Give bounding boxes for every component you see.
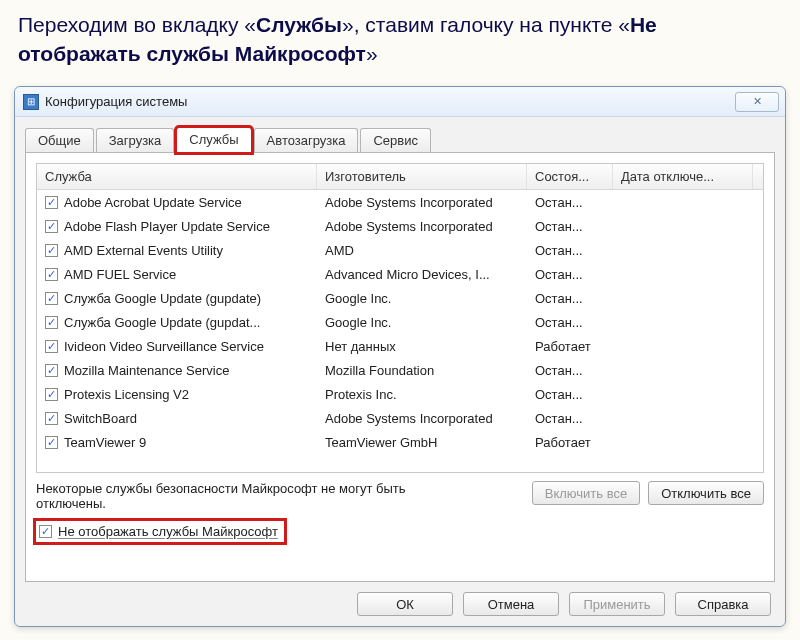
status-value: Работает [527, 435, 613, 450]
row-checkbox[interactable]: ✓ [45, 292, 58, 305]
table-row[interactable]: ✓Protexis Licensing V2Protexis Inc.Остан… [37, 382, 763, 406]
tab-panel-services: Служба Изготовитель Состоя... Дата отклю… [25, 152, 775, 582]
col-vendor[interactable]: Изготовитель [317, 164, 527, 189]
table-row[interactable]: ✓Служба Google Update (gupdat...Google I… [37, 310, 763, 334]
tab-сервис[interactable]: Сервис [360, 128, 431, 153]
service-name: Служба Google Update (gupdate) [64, 291, 261, 306]
tab-службы[interactable]: Службы [176, 127, 251, 153]
table-row[interactable]: ✓AMD External Events UtilityAMDОстан... [37, 238, 763, 262]
status-value: Остан... [527, 291, 613, 306]
vendor-name: Google Inc. [317, 291, 527, 306]
status-value: Остан... [527, 195, 613, 210]
table-row[interactable]: ✓Adobe Flash Player Update ServiceAdobe … [37, 214, 763, 238]
status-value: Работает [527, 339, 613, 354]
help-button[interactable]: Справка [675, 592, 771, 616]
service-name: Mozilla Maintenance Service [64, 363, 229, 378]
row-checkbox[interactable]: ✓ [45, 244, 58, 257]
services-listview[interactable]: Служба Изготовитель Состоя... Дата отклю… [36, 163, 764, 473]
instruction-text: Переходим во вкладку «Службы», ставим га… [0, 0, 800, 83]
service-name: AMD FUEL Service [64, 267, 176, 282]
disable-all-button[interactable]: Отключить все [648, 481, 764, 505]
status-value: Остан... [527, 411, 613, 426]
service-name: Служба Google Update (gupdat... [64, 315, 260, 330]
window-title: Конфигурация системы [45, 94, 735, 109]
row-checkbox[interactable]: ✓ [45, 364, 58, 377]
row-checkbox[interactable]: ✓ [45, 340, 58, 353]
apply-button[interactable]: Применить [569, 592, 665, 616]
service-name: Ivideon Video Surveillance Service [64, 339, 264, 354]
close-button[interactable]: ✕ [735, 92, 779, 112]
table-row[interactable]: ✓Служба Google Update (gupdate)Google In… [37, 286, 763, 310]
vendor-name: Advanced Micro Devices, I... [317, 267, 527, 282]
cancel-button[interactable]: Отмена [463, 592, 559, 616]
listview-header[interactable]: Служба Изготовитель Состоя... Дата отклю… [37, 164, 763, 190]
vendor-name: Adobe Systems Incorporated [317, 411, 527, 426]
col-status[interactable]: Состоя... [527, 164, 613, 189]
tab-автозагрузка[interactable]: Автозагрузка [254, 128, 359, 153]
table-row[interactable]: ✓AMD FUEL ServiceAdvanced Micro Devices,… [37, 262, 763, 286]
table-row[interactable]: ✓SwitchBoardAdobe Systems IncorporatedОс… [37, 406, 763, 430]
msconfig-window: ⊞ Конфигурация системы ✕ ОбщиеЗагрузкаСл… [14, 86, 786, 627]
row-checkbox[interactable]: ✓ [45, 316, 58, 329]
service-name: Adobe Acrobat Update Service [64, 195, 242, 210]
status-value: Остан... [527, 315, 613, 330]
titlebar: ⊞ Конфигурация системы ✕ [15, 87, 785, 117]
tab-общие[interactable]: Общие [25, 128, 94, 153]
status-value: Остан... [527, 243, 613, 258]
vendor-name: AMD [317, 243, 527, 258]
service-name: Adobe Flash Player Update Service [64, 219, 270, 234]
row-checkbox[interactable]: ✓ [45, 436, 58, 449]
status-value: Остан... [527, 219, 613, 234]
app-icon: ⊞ [23, 94, 39, 110]
service-name: SwitchBoard [64, 411, 137, 426]
col-date[interactable]: Дата отключе... [613, 164, 753, 189]
enable-all-button[interactable]: Включить все [532, 481, 640, 505]
table-row[interactable]: ✓Mozilla Maintenance ServiceMozilla Foun… [37, 358, 763, 382]
vendor-name: Mozilla Foundation [317, 363, 527, 378]
row-checkbox[interactable]: ✓ [45, 220, 58, 233]
table-row[interactable]: ✓TeamViewer 9TeamViewer GmbHРаботает [37, 430, 763, 454]
vendor-name: Google Inc. [317, 315, 527, 330]
vendor-name: Protexis Inc. [317, 387, 527, 402]
tabstrip: ОбщиеЗагрузкаСлужбыАвтозагрузкаСервис [25, 125, 775, 153]
service-name: Protexis Licensing V2 [64, 387, 189, 402]
service-name: TeamViewer 9 [64, 435, 146, 450]
row-checkbox[interactable]: ✓ [45, 388, 58, 401]
col-service[interactable]: Служба [37, 164, 317, 189]
table-row[interactable]: ✓Ivideon Video Surveillance ServiceНет д… [37, 334, 763, 358]
hide-microsoft-label[interactable]: Не отображать службы Майкрософт [58, 524, 278, 539]
tab-загрузка[interactable]: Загрузка [96, 128, 175, 153]
dialog-buttons: ОК Отмена Применить Справка [25, 582, 775, 616]
status-value: Остан... [527, 267, 613, 282]
row-checkbox[interactable]: ✓ [45, 268, 58, 281]
service-name: AMD External Events Utility [64, 243, 223, 258]
vendor-name: TeamViewer GmbH [317, 435, 527, 450]
row-checkbox[interactable]: ✓ [45, 412, 58, 425]
vendor-name: Adobe Systems Incorporated [317, 219, 527, 234]
vendor-name: Нет данных [317, 339, 527, 354]
table-row[interactable]: ✓Adobe Acrobat Update ServiceAdobe Syste… [37, 190, 763, 214]
vendor-name: Adobe Systems Incorporated [317, 195, 527, 210]
hide-microsoft-container: ✓ Не отображать службы Майкрософт [36, 521, 284, 542]
status-value: Остан... [527, 363, 613, 378]
status-value: Остан... [527, 387, 613, 402]
row-checkbox[interactable]: ✓ [45, 196, 58, 209]
ok-button[interactable]: ОК [357, 592, 453, 616]
hide-microsoft-checkbox[interactable]: ✓ [39, 525, 52, 538]
security-note: Некоторые службы безопасности Майкрософт… [36, 481, 476, 511]
